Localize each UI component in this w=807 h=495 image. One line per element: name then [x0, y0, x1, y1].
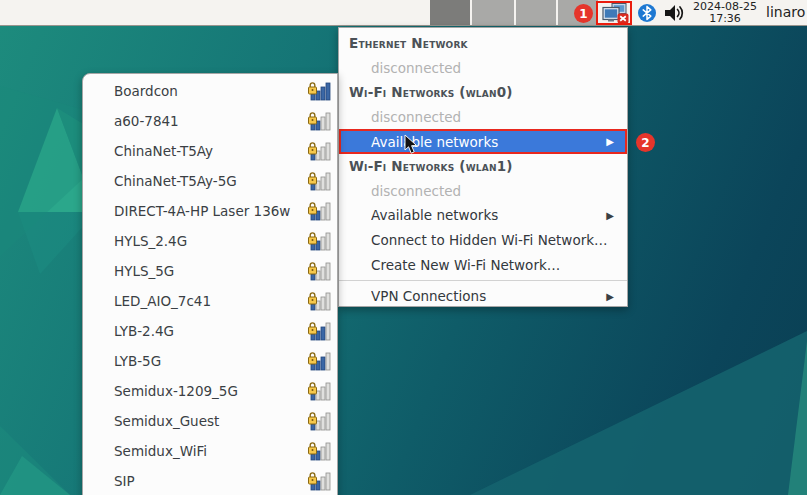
submenu-arrow-icon: ▶: [606, 136, 614, 147]
wifi-ssid-label: HYLS_2.4G: [114, 233, 307, 249]
menu-section-header-wi-fi-networks-wlan1: Wi-Fi Networks (wlan1): [339, 154, 627, 179]
menu-row-label: Wi-Fi Networks (wlan0): [349, 84, 614, 100]
wifi-ssid-label: LYB-2.4G: [114, 323, 307, 339]
wifi-signal-lock-icon: [307, 231, 331, 251]
wifi-signal-lock-icon: [307, 111, 331, 131]
menu-section-header-wi-fi-networks-wlan0: Wi-Fi Networks (wlan0): [339, 80, 627, 105]
menu-row-label: Create New Wi-Fi Network…: [371, 257, 614, 273]
annotation-badge-2: 2: [636, 133, 655, 152]
mouse-cursor-icon: [404, 134, 419, 159]
wifi-network-item-sip[interactable]: SIP: [83, 466, 337, 495]
wifi-network-item-direct-4a-hp-laser-136w[interactable]: DIRECT-4A-HP Laser 136w: [83, 196, 337, 226]
menu-status-text: disconnected: [339, 179, 627, 204]
top-panel: 2024-08-25 17:36 linaro: [0, 0, 807, 26]
wifi-network-item-chinanet-t5ay-5g[interactable]: ChinaNet-T5Ay-5G: [83, 166, 337, 196]
submenu-arrow-icon: ▶: [606, 210, 614, 221]
annotation-badge-1: 1: [574, 4, 593, 23]
wifi-signal-lock-icon: [307, 141, 331, 161]
menu-item-available-networks[interactable]: Available networks▶: [339, 203, 627, 228]
wifi-signal-lock-icon: [307, 201, 331, 221]
wifi-signal-lock-icon: [307, 471, 331, 491]
wifi-signal-lock-icon: [307, 411, 331, 431]
wifi-ssid-label: Semidux_Guest: [114, 413, 307, 429]
volume-icon-glyph: [662, 3, 686, 23]
wifi-ssid-label: HYLS_5G: [114, 263, 307, 279]
menu-row-label: Ethernet Network: [349, 35, 614, 51]
wifi-ssid-label: Semidux_WiFi: [114, 443, 307, 459]
wifi-ssid-label: LYB-5G: [114, 353, 307, 369]
menu-item-vpn-connections[interactable]: VPN Connections▶: [339, 284, 627, 309]
taskbar-window-button[interactable]: [516, 0, 556, 25]
wifi-ssid-label: Semidux-1209_5G: [114, 383, 307, 399]
wifi-ssid-label: Boardcon: [114, 83, 307, 99]
menu-item-available-networks[interactable]: Available networks▶: [339, 129, 627, 154]
menu-item-connect-to-hidden-wi-fi-network[interactable]: Connect to Hidden Wi-Fi Network…: [339, 228, 627, 253]
menu-row-label: disconnected: [371, 109, 614, 125]
wifi-signal-lock-icon: [307, 441, 331, 461]
clock-widget[interactable]: 2024-08-25 17:36: [689, 1, 761, 25]
wifi-signal-lock-icon: [307, 291, 331, 311]
wifi-network-item-a60-7841[interactable]: a60-7841: [83, 106, 337, 136]
username-button[interactable]: linaro: [766, 4, 805, 20]
wifi-signal-lock-icon: [307, 381, 331, 401]
submenu-arrow-icon: ▶: [606, 291, 614, 302]
wifi-network-item-boardcon[interactable]: Boardcon: [83, 76, 337, 106]
network-icon-glyph: [601, 3, 629, 24]
network-menu: Ethernet NetworkdisconnectedWi-Fi Networ…: [338, 27, 628, 307]
wifi-signal-lock-icon: [307, 81, 331, 101]
menu-separator: [339, 280, 627, 281]
wifi-networks-submenu: Boardcona60-7841ChinaNet-T5AyChinaNet-T5…: [82, 73, 338, 495]
menu-section-header-ethernet-network: Ethernet Network: [339, 31, 627, 56]
wifi-signal-lock-icon: [307, 261, 331, 281]
menu-row-label: disconnected: [371, 60, 614, 76]
wifi-network-item-hyls-5g[interactable]: HYLS_5G: [83, 256, 337, 286]
wifi-network-item-lyb-2-4g[interactable]: LYB-2.4G: [83, 316, 337, 346]
wifi-network-item-semidux-1209-5g[interactable]: Semidux-1209_5G: [83, 376, 337, 406]
wifi-signal-lock-icon: [307, 351, 331, 371]
menu-row-label: Wi-Fi Networks (wlan1): [349, 158, 614, 174]
bluetooth-icon-glyph: [637, 3, 657, 23]
wifi-ssid-label: DIRECT-4A-HP Laser 136w: [114, 203, 307, 219]
wifi-ssid-label: LED_AIO_7c41: [114, 293, 307, 309]
taskbar-window-button[interactable]: [472, 0, 514, 25]
wifi-network-item-semidux-wifi[interactable]: Semidux_WiFi: [83, 436, 337, 466]
clock-time: 17:36: [689, 13, 761, 25]
wifi-network-item-chinanet-t5ay[interactable]: ChinaNet-T5Ay: [83, 136, 337, 166]
wifi-network-item-semidux-guest[interactable]: Semidux_Guest: [83, 406, 337, 436]
wifi-ssid-label: ChinaNet-T5Ay: [114, 143, 307, 159]
wifi-network-item-led-aio-7c41[interactable]: LED_AIO_7c41: [83, 286, 337, 316]
menu-status-text: disconnected: [339, 56, 627, 81]
menu-row-label: VPN Connections: [371, 288, 598, 304]
wifi-network-item-hyls-2-4g[interactable]: HYLS_2.4G: [83, 226, 337, 256]
wifi-ssid-label: SIP: [114, 473, 307, 489]
menu-status-text: disconnected: [339, 105, 627, 130]
menu-row-label: disconnected: [371, 183, 614, 199]
taskbar-window-button[interactable]: [430, 0, 470, 25]
menu-item-create-new-wi-fi-network[interactable]: Create New Wi-Fi Network…: [339, 252, 627, 277]
menu-row-label: Connect to Hidden Wi-Fi Network…: [371, 232, 614, 248]
wifi-ssid-label: ChinaNet-T5Ay-5G: [114, 173, 307, 189]
bluetooth-icon[interactable]: [637, 3, 657, 23]
wifi-signal-lock-icon: [307, 171, 331, 191]
wifi-network-item-lyb-5g[interactable]: LYB-5G: [83, 346, 337, 376]
menu-row-label: Available networks: [371, 207, 598, 223]
wifi-signal-lock-icon: [307, 321, 331, 341]
desktop-screen: 2024-08-25 17:36 linaro Ethernet Network…: [0, 0, 807, 495]
wifi-ssid-label: a60-7841: [114, 113, 307, 129]
network-disconnected-icon[interactable]: [601, 3, 629, 24]
volume-icon[interactable]: [662, 3, 686, 23]
